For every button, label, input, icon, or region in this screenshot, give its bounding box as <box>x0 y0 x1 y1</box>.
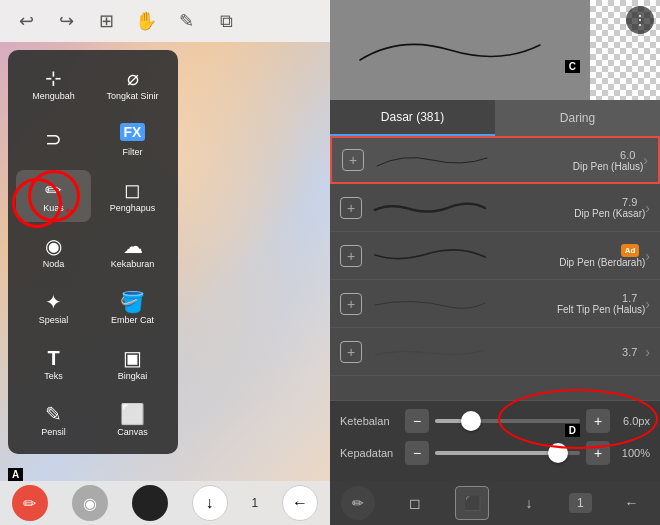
brush-name-dip-pen-halus: Dip Pen (Halus) <box>573 161 644 172</box>
tool-teks[interactable]: T Teks <box>16 338 91 390</box>
tool-kuas-label: Kuas <box>43 203 64 213</box>
tab-daring[interactable]: Daring <box>495 100 660 136</box>
opacity-label: Kepadatan <box>340 447 405 459</box>
download-button[interactable]: ↓ <box>192 485 228 521</box>
thickness-slider-thumb[interactable] <box>461 411 481 431</box>
hand-button[interactable]: ✋ <box>128 3 164 39</box>
tool-tongkat-sinir[interactable]: ⌀ Tongkat Sinir <box>95 58 170 110</box>
brush-size-dip-pen-kasar: 7.9 <box>622 196 637 208</box>
brush-preview-area: ⋮ C <box>330 0 660 100</box>
thickness-plus-button[interactable]: + <box>586 409 610 433</box>
penghapus-icon: ◻ <box>124 180 141 200</box>
tab-dasar[interactable]: Dasar (381) <box>330 100 495 136</box>
tool-spesial[interactable]: ✦ Spesial <box>16 282 91 334</box>
brush-add-dip-pen-berdarah[interactable]: + <box>340 245 362 267</box>
more-options-button[interactable]: ⋮ <box>626 6 654 34</box>
tool-bingkai[interactable]: ▣ Bingkai <box>95 338 170 390</box>
thickness-minus-button[interactable]: − <box>405 409 429 433</box>
select-button[interactable]: ⊞ <box>88 3 124 39</box>
ad-badge: Ad <box>621 244 640 257</box>
fx-icon: FX <box>120 123 146 141</box>
opacity-slider-track[interactable] <box>435 451 580 455</box>
thickness-control: Ketebalan − + 6.0px <box>340 409 650 433</box>
tool-mengubah-label: Mengubah <box>32 91 75 101</box>
brush-mode-button[interactable]: ✏ <box>341 486 375 520</box>
brush-name-dip-pen-kasar: Dip Pen (Kasar) <box>574 208 645 219</box>
brush-name-dip-pen-berdarah: Dip Pen (Berdarah) <box>559 257 645 268</box>
tool-bingkai-label: Bingkai <box>118 371 148 381</box>
tool-penghapus-label: Penghapus <box>110 203 156 213</box>
right-panel: ⋮ C Dasar (381) Daring + 6.0 Dip Pen (Ha… <box>330 0 660 525</box>
left-panel: ↩ ↪ ⊞ ✋ ✎ ⧉ ⊹ Mengubah ⌀ Tongkat Sinir ⊃… <box>0 0 330 525</box>
brush-item-5[interactable]: + 3.7 › <box>330 328 660 376</box>
tool-lasso[interactable]: ⊃ <box>16 114 91 166</box>
chevron-icon-5: › <box>645 344 650 360</box>
opacity-control: Kepadatan − + 100% <box>340 441 650 465</box>
back-right-button[interactable]: ← <box>615 486 649 520</box>
brush-item-dip-pen-kasar[interactable]: + 7.9 Dip Pen (Kasar) › <box>330 184 660 232</box>
opacity-plus-button[interactable]: + <box>586 441 610 465</box>
tool-tongkat-label: Tongkat Sinir <box>106 91 158 101</box>
tool-kuas[interactable]: ✏ Kuas <box>16 170 91 222</box>
redo-button[interactable]: ↪ <box>48 3 84 39</box>
back-button[interactable]: ← <box>282 485 318 521</box>
mengubah-icon: ⊹ <box>45 68 62 88</box>
opacity-slider-thumb[interactable] <box>548 443 568 463</box>
kekaburan-icon: ☁ <box>123 236 143 256</box>
layers-button[interactable]: ⧉ <box>208 3 244 39</box>
brush-stroke-preview <box>350 30 550 70</box>
top-toolbar: ↩ ↪ ⊞ ✋ ✎ ⧉ <box>0 0 330 42</box>
brush-add-felt-tip[interactable]: + <box>340 293 362 315</box>
teks-icon: T <box>47 348 59 368</box>
opacity-minus-button[interactable]: − <box>405 441 429 465</box>
brush-stroke-felt-tip <box>370 290 557 318</box>
tool-mengubah[interactable]: ⊹ Mengubah <box>16 58 91 110</box>
brush-tabs: Dasar (381) Daring <box>330 100 660 136</box>
pencil-tool-button[interactable]: ✏ <box>12 485 48 521</box>
noda-icon: ◉ <box>45 236 62 256</box>
color-button-right[interactable]: ⬛ <box>455 486 489 520</box>
tool-penghapus[interactable]: ◻ Penghapus <box>95 170 170 222</box>
pensil-icon: ✎ <box>45 404 62 424</box>
bingkai-icon: ▣ <box>123 348 142 368</box>
brush-item-felt-tip[interactable]: + 1.7 Felt Tip Pen (Halus) › <box>330 280 660 328</box>
tool-pensil-label: Pensil <box>41 427 66 437</box>
brush-stroke-dip-pen-halus <box>372 146 573 174</box>
brush-stroke-5 <box>370 338 622 366</box>
canvas-icon: ⬜ <box>120 404 145 424</box>
color-picker-button[interactable] <box>132 485 168 521</box>
tool-canvas-label: Canvas <box>117 427 148 437</box>
page-number-left: 1 <box>251 496 258 510</box>
annotation-c-label: C <box>565 60 580 73</box>
tool-fx[interactable]: FX Filter <box>95 114 170 166</box>
tool-canvas[interactable]: ⬜ Canvas <box>95 394 170 446</box>
tool-fx-label: Filter <box>123 147 143 157</box>
pen-button[interactable]: ✎ <box>168 3 204 39</box>
thickness-value: 6.0px <box>610 415 650 427</box>
tool-pensil[interactable]: ✎ Pensil <box>16 394 91 446</box>
brush-item-dip-pen-berdarah[interactable]: + Ad Dip Pen (Berdarah) › <box>330 232 660 280</box>
tool-noda[interactable]: ◉ Noda <box>16 226 91 278</box>
brush-size-5: 3.7 <box>622 346 637 358</box>
brush-add-dip-pen-kasar[interactable]: + <box>340 197 362 219</box>
bottom-toolbar-right: ✏ ◻ ⬛ ↓ 1 ← <box>330 481 660 525</box>
brush-stroke-dip-pen-kasar <box>370 194 574 222</box>
kuas-icon: ✏ <box>45 180 62 200</box>
brush-tool-button[interactable]: ◉ <box>72 485 108 521</box>
download-right-button[interactable]: ↓ <box>512 486 546 520</box>
tool-kekaburan[interactable]: ☁ Kekaburan <box>95 226 170 278</box>
tool-spesial-label: Spesial <box>39 315 69 325</box>
brush-add-5[interactable]: + <box>340 341 362 363</box>
tongkat-icon: ⌀ <box>127 68 139 88</box>
tool-ember-cat[interactable]: 🪣 Ember Cat <box>95 282 170 334</box>
tool-grid: ⊹ Mengubah ⌀ Tongkat Sinir ⊃ FX Filter ✏… <box>8 50 178 454</box>
brush-item-dip-pen-halus[interactable]: + 6.0 Dip Pen (Halus) › <box>330 136 660 184</box>
eraser-mode-button[interactable]: ◻ <box>398 486 432 520</box>
bottom-toolbar-left: ✏ ◉ ↓ 1 ← <box>0 481 330 525</box>
undo-button[interactable]: ↩ <box>8 3 44 39</box>
opacity-slider-fill <box>435 451 558 455</box>
brush-add-dip-pen-halus[interactable]: + <box>342 149 364 171</box>
brush-controls: Ketebalan − + 6.0px Kepadatan − + 100% <box>330 400 660 481</box>
tool-teks-label: Teks <box>44 371 63 381</box>
thickness-slider-track[interactable] <box>435 419 580 423</box>
